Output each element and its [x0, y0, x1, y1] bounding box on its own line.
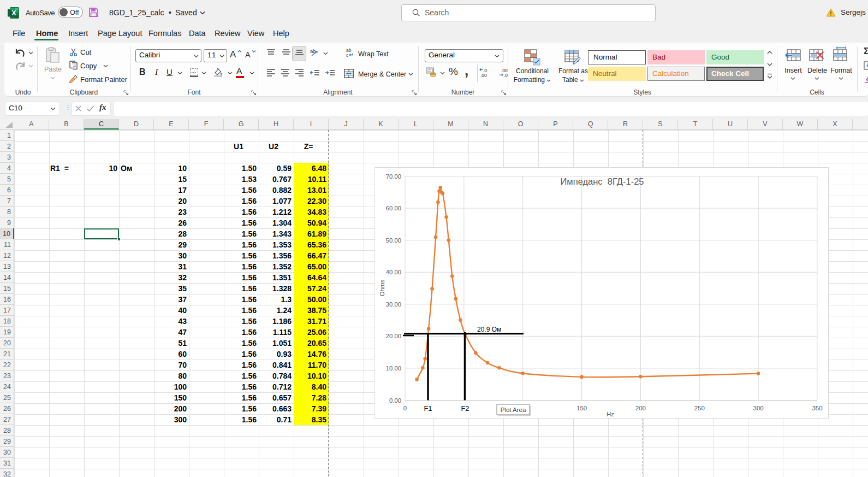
svg-text:0.00: 0.00 — [389, 397, 401, 404]
svg-text:150: 150 — [576, 405, 587, 411]
svg-text:200: 200 — [635, 405, 646, 411]
svg-text:Ohms: Ohms — [379, 279, 385, 296]
svg-text:250: 250 — [694, 405, 705, 411]
svg-text:X: X — [11, 9, 16, 17]
svg-text:70.00: 70.00 — [386, 173, 401, 180]
svg-text:20.00: 20.00 — [386, 333, 401, 339]
svg-text:F1: F1 — [424, 404, 432, 413]
svg-text:60.00: 60.00 — [386, 205, 401, 211]
svg-text:10.00: 10.00 — [386, 365, 401, 372]
svg-text:40.00: 40.00 — [386, 269, 401, 275]
svg-text:0: 0 — [403, 405, 407, 411]
svg-text:c: c — [346, 52, 349, 58]
svg-text:Plot Area: Plot Area — [501, 407, 526, 413]
svg-text:Импеданс 8ГД-1-25: Импеданс 8ГД-1-25 — [561, 176, 644, 186]
svg-text:.00: .00 — [480, 73, 487, 78]
svg-text:50.00: 50.00 — [386, 237, 401, 244]
svg-text:C: C — [429, 69, 431, 73]
svg-text:Hz: Hz — [607, 411, 614, 417]
svg-text:20.9 Ом: 20.9 Ом — [477, 326, 501, 333]
svg-text:30.00: 30.00 — [386, 301, 401, 308]
svg-text:300: 300 — [753, 405, 764, 411]
svg-text:350: 350 — [812, 405, 822, 411]
svg-text:F2: F2 — [461, 404, 469, 413]
